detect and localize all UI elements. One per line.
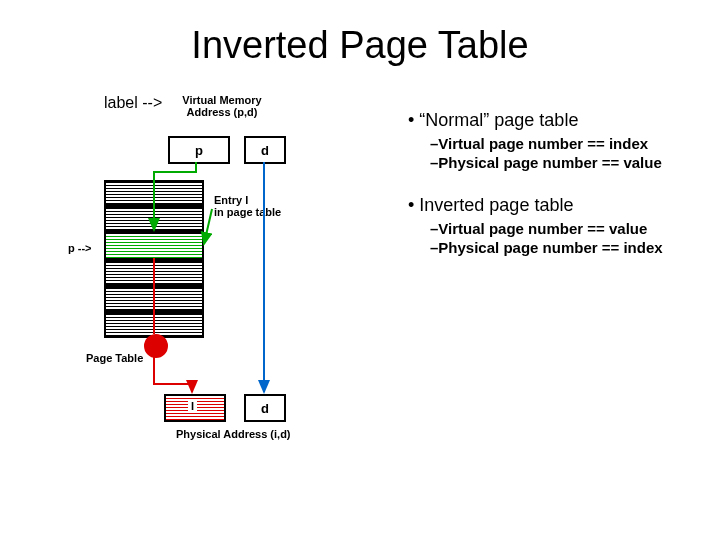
label-p-arrow: p --> (68, 242, 92, 254)
bullet-normal-sub2: Physical page number == value (430, 154, 698, 171)
label-entry: Entry I in page table (214, 194, 281, 218)
box-i: I (188, 400, 197, 412)
box-p: p (168, 136, 230, 164)
pagetable-row-3 (104, 260, 204, 286)
label-page-table: Page Table (86, 352, 143, 364)
diagram: Virtual Memory Address (p,d) p d Entry I… (104, 94, 374, 474)
slide-title: Inverted Page Table (0, 24, 720, 67)
bullet-normal-sub1: Virtual page number == index (430, 135, 698, 152)
bullet-inverted: Inverted page table (408, 195, 698, 216)
pagetable-row-0 (104, 180, 204, 206)
bullet-normal: “Normal” page table (408, 110, 698, 131)
label-vm-address: Virtual Memory Address (p,d) (162, 94, 282, 118)
pagetable-row-1 (104, 206, 204, 232)
bullet-inverted-sub1: Virtual page number == value (430, 220, 698, 237)
label-physical-address: Physical Address (i,d) (176, 428, 291, 440)
box-d-top: d (244, 136, 286, 164)
bullet-inverted-sub2: Physical page number == index (430, 239, 698, 256)
pagetable-row-entry (104, 232, 204, 260)
dot-icon (144, 334, 168, 358)
bullet-list: “Normal” page table Virtual page number … (408, 110, 698, 258)
pagetable-row-4 (104, 286, 204, 312)
box-d-bot: d (244, 394, 286, 422)
